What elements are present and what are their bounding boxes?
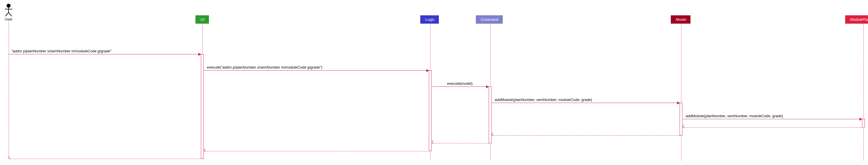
participant-ui-label: :UI [200, 17, 205, 22]
svg-line-4 [8, 12, 12, 16]
message-3-label: execute(model) [447, 81, 473, 86]
return-planner-model [683, 127, 862, 128]
activation-model [680, 103, 682, 135]
return-ui-user [8, 159, 201, 159]
message-2 [204, 70, 429, 71]
message-2-label: execute("addm p/planNumber s/semNumber m… [207, 65, 322, 70]
activation-planner [862, 119, 865, 127]
participant-ui: :UI [195, 15, 209, 24]
lifeline-model [681, 24, 681, 160]
participant-model: :Model [671, 15, 690, 24]
actor-label: User [5, 17, 12, 21]
lifeline-planner [863, 24, 864, 160]
participant-planner: :ModulePlanner [845, 15, 868, 24]
return-command-logic [432, 143, 489, 143]
activation-logic [429, 70, 432, 151]
participant-command-label: :Command [480, 17, 498, 22]
participant-model-label: :Model [675, 17, 686, 22]
return-model-command [492, 135, 680, 136]
actor-user: User [3, 3, 14, 21]
message-1 [8, 54, 201, 54]
svg-point-0 [6, 4, 10, 8]
message-1-label: "addm p/planNumber s/semNumber m/moduleC… [11, 49, 112, 53]
participant-logic: :Logic [420, 15, 439, 24]
activation-command [489, 86, 492, 143]
participant-planner-label: :ModulePlanner [849, 17, 868, 22]
message-4-label: addModule(planNumber, semNumber, moduleC… [495, 97, 592, 102]
participant-command: :Command [476, 15, 503, 24]
message-5 [683, 119, 862, 119]
lifeline-user [8, 22, 9, 158]
message-3 [432, 86, 489, 87]
activation-ui [201, 54, 204, 159]
participant-logic-label: :Logic [425, 17, 435, 22]
user-icon [4, 3, 13, 16]
message-5-label: addModule(planNumber, semNumber, moduleC… [686, 114, 783, 118]
svg-line-3 [5, 12, 8, 16]
